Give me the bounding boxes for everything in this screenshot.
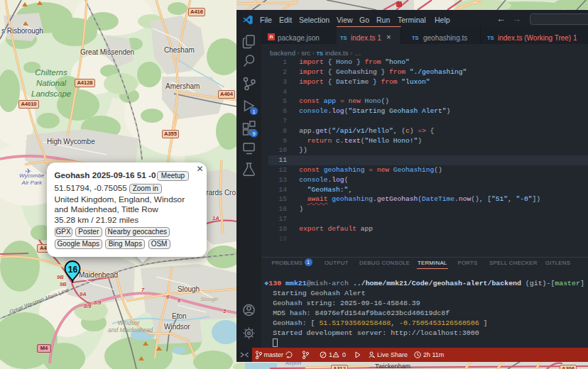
svg-text:1: 1 [252,109,255,115]
svg-text:16: 16 [68,265,78,275]
svg-text:9: 9 [252,131,255,137]
